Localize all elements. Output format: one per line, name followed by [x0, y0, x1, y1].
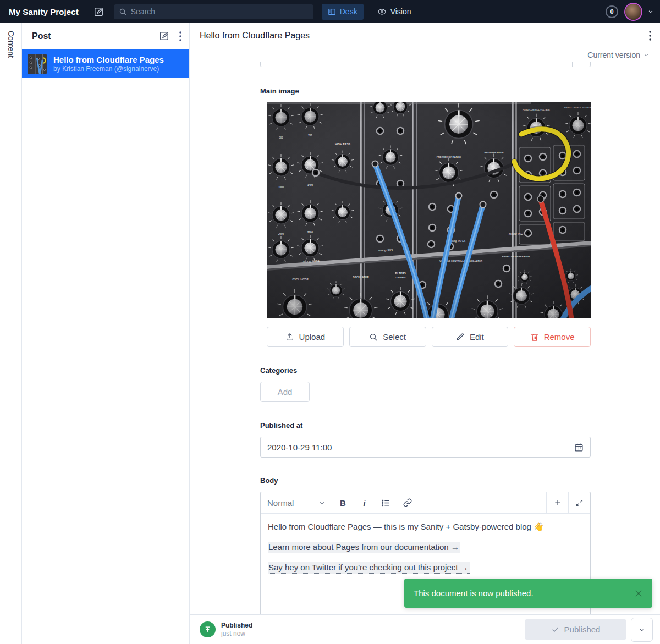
list-item-thumbnail [28, 54, 47, 74]
search-input[interactable]: Search [114, 4, 314, 19]
trash-icon [530, 333, 539, 342]
document-list-pane: Post Hello from Cloudflare Pages by Kris [22, 23, 190, 644]
link-icon [403, 498, 412, 507]
status-time: just now [221, 630, 252, 637]
close-icon[interactable] [634, 588, 644, 598]
sanity-studio: My Sanity Project Search Desk Vision 0 [0, 0, 660, 644]
add-category-button[interactable]: Add [260, 382, 310, 402]
image-actions: Upload Select Edit [267, 327, 591, 347]
list-item-title: Hello from Cloudflare Pages [53, 55, 164, 65]
italic-button[interactable]: i [354, 492, 375, 513]
pencil-icon [456, 333, 465, 342]
status-label: Published [221, 621, 252, 630]
toast-message: This document is now published. [414, 588, 534, 598]
publish-button[interactable]: Published [525, 619, 626, 640]
main-image-preview[interactable]: 500 700 1000 1400 2000 2600 HIGH PASS [267, 102, 591, 318]
user-avatar[interactable] [625, 4, 641, 20]
tab-desk[interactable]: Desk [322, 4, 364, 20]
list-item-subtitle: by Kristian Freeman (@signalnerve) [53, 65, 164, 73]
search-icon [119, 8, 127, 16]
body-label: Body [260, 476, 591, 485]
document-footer: Published just now Published [190, 614, 660, 644]
expand-editor-button[interactable] [569, 492, 590, 513]
desk-icon [328, 8, 336, 16]
user-menu-chevron-icon[interactable] [648, 9, 653, 14]
compose-icon[interactable] [159, 31, 169, 41]
document-title: Hello from Cloudflare Pages [200, 31, 310, 41]
calendar-icon[interactable] [574, 443, 584, 452]
workspace: Content Post Hello [0, 23, 660, 644]
plus-icon [553, 498, 562, 507]
document-header: Hello from Cloudflare Pages Current vers… [190, 23, 660, 62]
publish-menu-button[interactable] [631, 618, 653, 642]
tab-vision[interactable]: Vision [371, 4, 417, 20]
top-bar: My Sanity Project Search Desk Vision 0 [0, 0, 660, 23]
document-form: Main image [190, 62, 660, 614]
project-title: My Sanity Project [9, 7, 79, 16]
list-icon [381, 498, 391, 508]
edit-button[interactable]: Edit [432, 327, 509, 347]
chevron-down-icon [644, 52, 649, 58]
bullet-list-button[interactable] [375, 492, 397, 513]
body-link-documentation[interactable]: Learn more about Pages from our document… [268, 542, 460, 553]
published-at-label: Published at [260, 421, 591, 430]
document-editor-pane: Hello from Cloudflare Pages Current vers… [190, 23, 660, 644]
document-menu-dots-icon[interactable] [649, 31, 651, 41]
upload-icon [285, 333, 294, 342]
notifications-badge[interactable]: 0 [606, 5, 618, 18]
synth-photo: 500 700 1000 1400 2000 2600 HIGH PASS [267, 102, 591, 318]
list-pane-header: Post [22, 23, 189, 49]
select-button[interactable]: Select [349, 327, 426, 347]
version-selector[interactable]: Current version [190, 48, 660, 62]
publish-status: Published just now [200, 621, 252, 637]
insert-block-button[interactable] [547, 492, 568, 513]
upload-button[interactable]: Upload [267, 327, 344, 347]
categories-label: Categories [260, 366, 591, 375]
pane-title: Post [32, 31, 51, 41]
bold-button[interactable]: B [332, 492, 354, 513]
expand-icon [575, 499, 584, 507]
style-select[interactable]: Normal [261, 492, 332, 513]
body-paragraph: Hello from Cloudflare Pages — this is my… [268, 521, 583, 532]
link-button[interactable] [397, 492, 418, 513]
new-document-button[interactable] [94, 7, 104, 17]
body-link-twitter[interactable]: Say hey on Twitter if you're checking ou… [268, 562, 470, 574]
publish-toast: This document is now published. [404, 579, 652, 608]
slug-field-clipped[interactable] [260, 62, 591, 67]
content-rail-label: Content [7, 31, 15, 644]
eye-icon [377, 7, 387, 16]
remove-button[interactable]: Remove [514, 327, 591, 347]
pane-menu-dots-icon[interactable] [179, 31, 182, 41]
search-placeholder: Search [131, 7, 155, 16]
body-toolbar: Normal B i [261, 492, 590, 514]
compose-icon [94, 7, 104, 17]
chevron-down-icon [639, 626, 645, 633]
slug-generate-button-clipped[interactable] [572, 62, 590, 67]
list-item-hello-from-cloudflare-pages[interactable]: Hello from Cloudflare Pages by Kristian … [22, 49, 189, 78]
published-at-value: 2020-10-29 11:00 [267, 443, 332, 452]
published-icon [200, 621, 216, 637]
search-icon [369, 333, 378, 342]
published-at-input[interactable]: 2020-10-29 11:00 [260, 437, 591, 458]
main-image-label: Main image [260, 87, 591, 95]
chevron-down-icon [319, 500, 325, 506]
check-icon [551, 625, 559, 634]
content-rail[interactable]: Content [0, 23, 22, 644]
